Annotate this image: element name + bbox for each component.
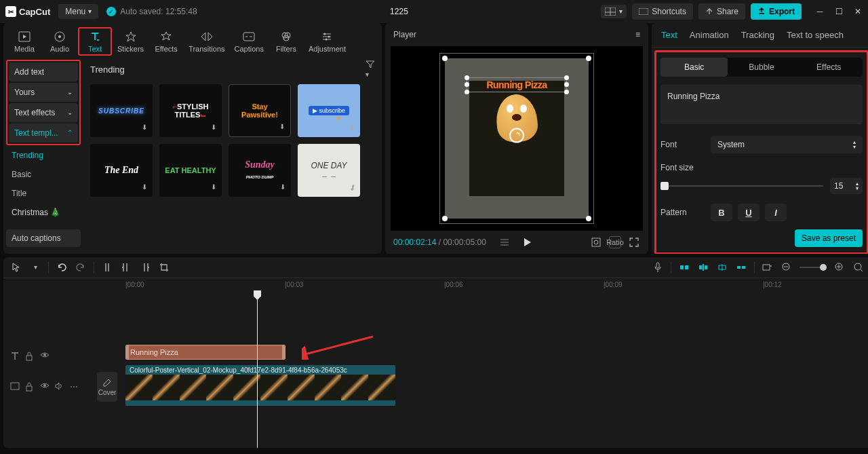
tab-animation[interactable]: Animation <box>690 30 729 40</box>
download-icon[interactable]: ⬇ <box>277 183 288 194</box>
preview-axis-icon[interactable] <box>716 261 728 273</box>
zoom-in-icon[interactable] <box>833 261 846 273</box>
template-item[interactable]: ▶ subscribe➤⬇ <box>298 84 360 137</box>
export-icon <box>757 7 766 16</box>
mute-icon[interactable] <box>55 382 64 392</box>
menu-button[interactable]: Menu▾ <box>58 4 98 19</box>
auto-captions-button[interactable]: Auto captions <box>6 229 81 247</box>
template-item[interactable]: ONE DAY— —⬇ <box>298 144 360 197</box>
minimize-button[interactable]: ─ <box>815 7 825 16</box>
tab-text[interactable]: Text <box>78 27 112 56</box>
sidebar-sub-basic[interactable]: Basic <box>6 166 81 183</box>
subtab-bubble[interactable]: Bubble <box>728 58 795 77</box>
export-button[interactable]: Export <box>751 3 802 20</box>
tab-adjustment[interactable]: Adjustment <box>304 27 350 56</box>
sidebar-yours[interactable]: Yours⌄ <box>9 83 78 102</box>
timeline-ruler[interactable]: |00:00 |00:03 |00:06 |00:09 |00:12 <box>3 278 868 292</box>
template-item[interactable]: ⌐STYLISHTITLES⌙⬇ <box>159 84 222 137</box>
ratio-button[interactable]: Ratio <box>609 236 621 248</box>
eye-icon[interactable] <box>40 352 50 361</box>
close-button[interactable]: ✕ <box>853 7 863 16</box>
lock-icon[interactable] <box>25 382 35 392</box>
play-button[interactable] <box>521 236 534 248</box>
template-item[interactable]: StayPawsitive!⬇ <box>229 84 291 137</box>
selection-tool-icon[interactable] <box>10 261 22 273</box>
download-icon[interactable]: ⬇ <box>347 124 357 134</box>
tab-transitions[interactable]: Transitions <box>184 27 229 56</box>
tab-media[interactable]: Media <box>7 27 41 56</box>
template-item[interactable]: EAT HEALTHY⬇ <box>159 144 222 197</box>
tab-text-to-speech[interactable]: Text to speech <box>787 30 844 40</box>
crop-tool-icon[interactable] <box>158 261 170 273</box>
sidebar-sub-christmas[interactable]: Christmas 🎄 <box>6 204 81 221</box>
link-icon[interactable] <box>697 261 709 273</box>
redo-button[interactable] <box>75 261 87 273</box>
sidebar-sub-title[interactable]: Title <box>6 185 81 202</box>
shortcuts-button[interactable]: Shortcuts <box>632 3 693 20</box>
maximize-button[interactable]: ☐ <box>834 7 844 16</box>
timeline-tracks[interactable]: Running Pizza ⋯ Cover Colorful-Poster-Ve… <box>3 292 868 448</box>
magnet-icon[interactable] <box>678 261 690 273</box>
eye-icon[interactable] <box>40 382 50 392</box>
tab-text-inspector[interactable]: Text <box>661 30 677 40</box>
more-icon[interactable]: ⋯ <box>70 382 78 392</box>
text-clip[interactable]: Running Pizza <box>125 345 285 360</box>
timeline-settings-icon[interactable] <box>762 261 774 273</box>
subtab-basic[interactable]: Basic <box>660 58 728 77</box>
download-icon[interactable]: ⬇ <box>277 123 288 134</box>
playback-options-icon[interactable] <box>498 236 511 248</box>
sidebar-text-effects[interactable]: Text effects⌄ <box>9 103 78 122</box>
mic-icon[interactable] <box>652 261 664 273</box>
save-preset-button[interactable]: Save as preset <box>795 229 863 247</box>
delete-left-icon[interactable] <box>120 261 132 273</box>
template-item[interactable]: The End⬇ <box>90 144 153 197</box>
underline-button[interactable]: U <box>738 204 760 221</box>
sidebar-text-templates[interactable]: Text templ...⌃ <box>9 124 78 143</box>
undo-button[interactable] <box>56 261 68 273</box>
tool-dropdown[interactable]: ▾ <box>29 261 41 273</box>
project-title[interactable]: 1225 <box>205 7 593 16</box>
tab-effects[interactable]: Effects <box>149 27 183 56</box>
split-tool-icon[interactable] <box>101 261 113 273</box>
sidebar-add-text[interactable]: Add text <box>9 62 78 81</box>
player-stage[interactable]: Running Pizza <box>391 46 643 231</box>
tab-audio[interactable]: Audio <box>43 27 77 56</box>
preview-quality-icon[interactable] <box>590 236 602 248</box>
cover-button[interactable]: Cover <box>97 372 117 402</box>
download-icon[interactable]: ⬇ <box>347 183 357 194</box>
sidebar-sub-trending[interactable]: Trending <box>6 147 81 164</box>
playhead[interactable] <box>257 292 258 448</box>
tab-tracking[interactable]: Tracking <box>741 30 774 40</box>
download-icon[interactable]: ⬇ <box>208 124 219 134</box>
lock-icon[interactable] <box>25 352 35 361</box>
download-icon[interactable]: ⬇ <box>139 124 150 134</box>
tab-captions[interactable]: Captions <box>231 27 268 56</box>
tab-filters[interactable]: Filters <box>269 27 303 56</box>
filter-icon[interactable]: ▾ <box>366 60 375 79</box>
tab-stickers[interactable]: Stickers <box>113 27 148 56</box>
inspector-subtabs: Basic Bubble Effects <box>660 58 863 77</box>
font-size-slider[interactable] <box>660 185 823 187</box>
text-content-input[interactable] <box>660 85 863 124</box>
delete-right-icon[interactable] <box>139 261 151 273</box>
text-overlay-box[interactable]: Running Pizza <box>467 77 567 92</box>
font-select[interactable]: System ▴▾ <box>711 136 863 153</box>
zoom-fit-icon[interactable] <box>852 261 865 273</box>
track-align-icon[interactable] <box>735 261 747 273</box>
download-icon[interactable]: ⬇ <box>139 183 150 194</box>
italic-button[interactable]: I <box>765 204 787 221</box>
download-icon[interactable]: ⬇ <box>208 183 219 194</box>
share-button[interactable]: Share <box>698 3 745 20</box>
layout-button[interactable]: ▾ <box>601 5 627 18</box>
subtab-effects[interactable]: Effects <box>795 58 863 77</box>
player-menu-icon[interactable]: ≡ <box>635 30 640 39</box>
video-clip[interactable]: Colorful-Poster-Vertical_02-Mockup_40fd1… <box>125 365 395 406</box>
zoom-out-icon[interactable] <box>781 261 793 273</box>
font-size-input[interactable]: 15 ▴▾ <box>830 178 863 194</box>
fullscreen-icon[interactable] <box>628 236 640 248</box>
template-item[interactable]: SUBSCRIBE⬇ <box>90 84 153 137</box>
template-item[interactable]: SundayPHOTO DUMP⬇ <box>229 144 291 197</box>
svg-rect-7 <box>243 33 254 41</box>
bold-button[interactable]: B <box>711 204 732 221</box>
zoom-slider[interactable] <box>800 267 827 268</box>
